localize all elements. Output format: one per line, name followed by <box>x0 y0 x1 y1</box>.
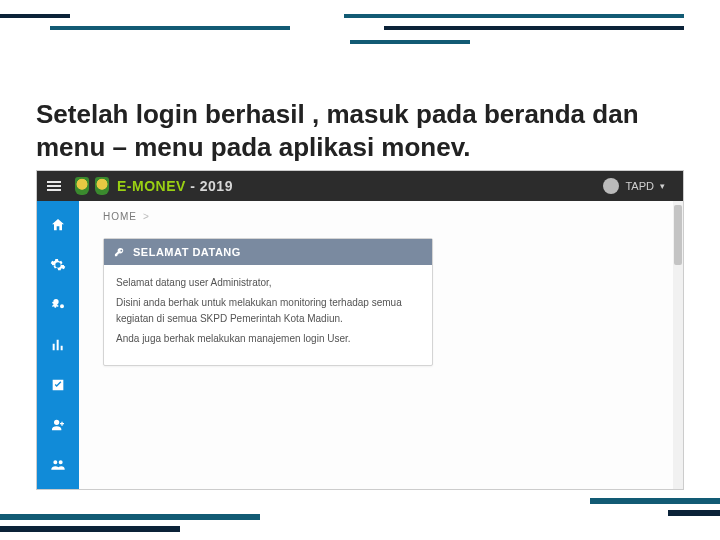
decor-bar <box>344 14 684 18</box>
hamburger-menu-icon[interactable] <box>47 181 61 191</box>
decor-bar <box>668 510 720 516</box>
slide-caption: Setelah login berhasil , masuk pada bera… <box>36 98 684 163</box>
welcome-line: Selamat datang user Administrator, <box>116 275 420 291</box>
avatar-icon <box>603 178 619 194</box>
welcome-line: Disini anda berhak untuk melakukan monit… <box>116 295 420 327</box>
scrollbar[interactable] <box>673 201 683 489</box>
panel-title: SELAMAT DATANG <box>133 246 241 258</box>
nav-advanced-settings[interactable] <box>37 285 79 325</box>
nav-users[interactable] <box>37 445 79 485</box>
user-menu[interactable]: TAPD ▾ <box>603 171 665 201</box>
nav-settings[interactable] <box>37 245 79 285</box>
welcome-panel: SELAMAT DATANG Selamat datang user Admin… <box>103 238 433 366</box>
nav-home[interactable] <box>37 205 79 245</box>
logo-crest-icon <box>75 177 89 195</box>
panel-body: Selamat datang user Administrator, Disin… <box>104 265 432 365</box>
breadcrumb: HOME > <box>103 211 667 222</box>
decor-bar <box>384 26 684 30</box>
user-plus-icon <box>50 417 66 433</box>
nav-stats[interactable] <box>37 325 79 365</box>
users-icon <box>50 457 66 473</box>
bar-chart-icon <box>50 337 66 353</box>
decor-bar <box>0 526 180 532</box>
nav-check[interactable] <box>37 365 79 405</box>
gear-icon <box>50 257 66 273</box>
app-title-year: - 2019 <box>186 178 233 194</box>
breadcrumb-separator-icon: > <box>143 211 150 222</box>
app-title: E-MONEV - 2019 <box>117 178 233 194</box>
breadcrumb-item[interactable]: HOME <box>103 211 137 222</box>
home-icon <box>50 217 66 233</box>
chevron-down-icon: ▾ <box>660 181 665 191</box>
panel-header: SELAMAT DATANG <box>104 239 432 265</box>
decor-bar <box>50 26 290 30</box>
welcome-line: Anda juga berhak melakukan manajemen log… <box>116 331 420 347</box>
app-body: HOME > SELAMAT DATANG Selamat datang use… <box>37 201 683 489</box>
nav-user-add[interactable] <box>37 405 79 445</box>
key-icon <box>114 247 125 258</box>
app-title-main: E-MONEV <box>117 178 186 194</box>
gears-icon <box>50 297 66 313</box>
slide: Setelah login berhasil , masuk pada bera… <box>0 0 720 540</box>
check-square-icon <box>50 377 66 393</box>
scrollbar-thumb[interactable] <box>674 205 682 265</box>
decor-bar <box>0 14 70 18</box>
decor-bar <box>590 498 720 504</box>
screenshot-area: E-MONEV - 2019 TAPD ▾ <box>36 170 684 490</box>
decor-bar <box>0 514 260 520</box>
logo-crest-icon <box>95 177 109 195</box>
sidebar <box>37 201 79 489</box>
decor-bar <box>350 40 470 44</box>
content-area: HOME > SELAMAT DATANG Selamat datang use… <box>79 201 683 489</box>
user-name: TAPD <box>625 180 654 192</box>
app-topbar: E-MONEV - 2019 TAPD ▾ <box>37 171 683 201</box>
